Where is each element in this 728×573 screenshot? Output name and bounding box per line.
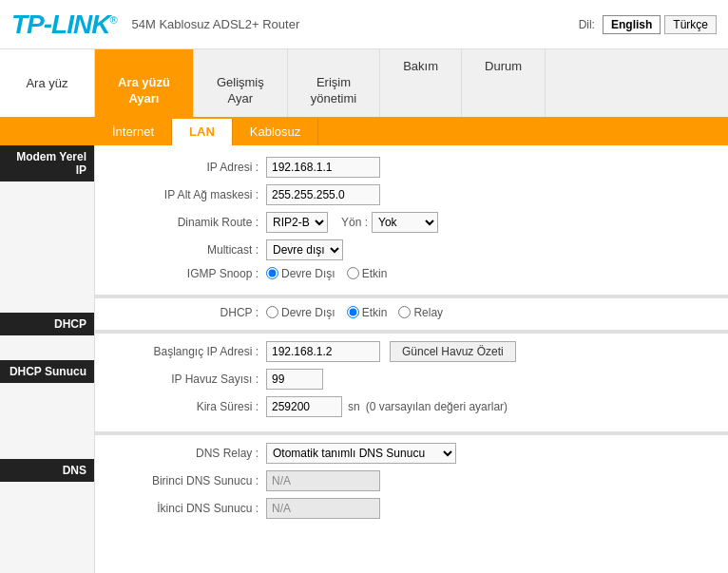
sub-nav: İnternet LAN Kablosuz: [0, 119, 728, 145]
dhcp-etkin-label[interactable]: Etkin: [347, 306, 388, 319]
guncelle-button[interactable]: Güncel Havuz Özeti: [390, 341, 516, 362]
sub-nav-kablosuz[interactable]: Kablosuz: [233, 119, 318, 145]
sidebar-modem-ip: Modem Yerel IP: [0, 145, 94, 181]
birinci-dns-label: Birinci DNS Sunucu :: [114, 474, 266, 487]
ikinci-dns-row: İkinci DNS Sunucu :: [114, 498, 709, 519]
lang-english-button[interactable]: English: [603, 15, 661, 34]
lang-turkish-button[interactable]: Türkçe: [664, 15, 717, 34]
kira-suresi-row: Kira Süresi : sn (0 varsayılan değeri ay…: [114, 396, 709, 417]
igmp-snoop-radio-group: Devre Dışı Etkin: [266, 267, 387, 280]
lang-area: Dil: English Türkçe: [579, 15, 717, 34]
multicast-label: Multicast :: [114, 243, 266, 257]
sub-nav-lan[interactable]: LAN: [172, 119, 233, 145]
alt-ag-label: IP Alt Ağ maskesi :: [114, 188, 266, 201]
alt-ag-input[interactable]: [266, 184, 380, 205]
nav-item-ara-yuzu[interactable]: Ara yüzü Ayarı: [95, 49, 194, 117]
main-content: IP Adresi : IP Alt Ağ maskesi : Dinamik …: [95, 145, 728, 573]
ip-havuz-input[interactable]: [266, 369, 323, 390]
igmp-snoop-row: IGMP Snoop : Devre Dışı Etkin: [114, 267, 709, 280]
ip-havuz-row: IP Havuz Sayısı :: [114, 369, 709, 390]
igmp-etkin-radio[interactable]: [347, 267, 359, 279]
dhcp-row: DHCP : Devre Dışı Etkin Relay: [114, 306, 709, 319]
dinamik-route-select[interactable]: RIP2-B RIP1 RIP2: [266, 212, 328, 233]
product-name: 54M Kablosuz ADSL2+ Router: [132, 17, 300, 31]
sub-nav-internet[interactable]: İnternet: [95, 119, 172, 145]
logo: TP-LINK®: [11, 10, 117, 40]
dhcp-label: DHCP :: [114, 306, 266, 319]
sidebar-dhcp: DHCP: [0, 313, 94, 335]
modem-ip-section: IP Adresi : IP Alt Ağ maskesi : Dinamik …: [95, 145, 728, 295]
yon-label: Yön :: [341, 216, 368, 229]
birinci-dns-row: Birinci DNS Sunucu :: [114, 470, 709, 491]
dhcp-radio-group: Devre Dışı Etkin Relay: [266, 306, 443, 319]
dns-relay-select[interactable]: Otomatik tanımlı DNS Sunucu Manuel: [266, 443, 456, 464]
alt-ag-row: IP Alt Ağ maskesi :: [114, 184, 709, 205]
kira-suresi-input[interactable]: [266, 396, 342, 417]
dhcp-devre-radio[interactable]: [266, 306, 278, 318]
ip-adresi-input[interactable]: [266, 157, 380, 178]
dns-section: DNS Relay : Otomatik tanımlı DNS Sunucu …: [95, 435, 728, 533]
dhcp-sunucu-section: Başlangıç IP Adresi : Güncel Havuz Özeti…: [95, 334, 728, 431]
nav-item-bakim[interactable]: Bakım: [380, 49, 462, 117]
nav-item-durum[interactable]: Durum: [462, 49, 546, 117]
ikinci-dns-input[interactable]: [266, 498, 380, 519]
kira-unit: sn: [348, 400, 360, 413]
sidebar-dns: DNS: [0, 459, 94, 482]
dhcp-devre-label[interactable]: Devre Dışı: [266, 306, 335, 319]
sidebar-dhcp-sunucu: DHCP Sunucu: [0, 360, 94, 383]
nav-item-erisim[interactable]: Erişim yönetimi: [288, 49, 380, 117]
sidebar: Modem Yerel IP DHCP DHCP Sunucu DNS: [0, 145, 95, 573]
dns-relay-row: DNS Relay : Otomatik tanımlı DNS Sunucu …: [114, 443, 709, 464]
igmp-devre-radio[interactable]: [266, 267, 278, 279]
content-wrapper: Modem Yerel IP DHCP DHCP Sunucu DNS IP A…: [0, 145, 728, 573]
ip-adresi-label: IP Adresi :: [114, 161, 266, 174]
nav-item-gelismis[interactable]: Gelişmiş Ayar: [194, 49, 288, 117]
baslangic-ip-label: Başlangıç IP Adresi :: [114, 345, 266, 358]
dhcp-relay-radio[interactable]: [398, 306, 411, 318]
ikinci-dns-label: İkinci DNS Sunucu :: [114, 502, 266, 515]
birinci-dns-input[interactable]: [266, 470, 380, 491]
dhcp-relay-label[interactable]: Relay: [398, 306, 443, 319]
yon-select[interactable]: Yok Her İkisi İçeri Dışarı: [372, 212, 438, 233]
dns-relay-label: DNS Relay :: [114, 447, 266, 460]
dinamik-route-row: Dinamik Route : RIP2-B RIP1 RIP2 Yön : Y…: [114, 212, 709, 233]
dinamik-route-label: Dinamik Route :: [114, 216, 266, 229]
ip-havuz-label: IP Havuz Sayısı :: [114, 372, 266, 386]
multicast-select[interactable]: Devre dışı Etkin: [266, 239, 343, 260]
sidebar-nav-label: Ara yüz: [0, 49, 95, 117]
multicast-row: Multicast : Devre dışı Etkin: [114, 239, 709, 260]
kira-suresi-label: Kira Süresi :: [114, 400, 266, 413]
header: TP-LINK® 54M Kablosuz ADSL2+ Router Dil:…: [0, 0, 728, 49]
igmp-etkin-label[interactable]: Etkin: [347, 267, 388, 280]
igmp-snoop-label: IGMP Snoop :: [114, 267, 266, 280]
igmp-devre-label[interactable]: Devre Dışı: [266, 267, 335, 280]
logo-area: TP-LINK® 54M Kablosuz ADSL2+ Router: [11, 10, 299, 40]
dhcp-section: DHCP : Devre Dışı Etkin Relay: [95, 298, 728, 330]
ip-adresi-row: IP Adresi :: [114, 157, 709, 178]
baslangic-ip-row: Başlangıç IP Adresi : Güncel Havuz Özeti: [114, 341, 709, 362]
kira-hint: (0 varsayılan değeri ayarlar): [366, 400, 508, 413]
baslangic-ip-input[interactable]: [266, 341, 380, 362]
main-nav: Ara yüz Ara yüzü Ayarı Gelişmiş Ayar Eri…: [0, 49, 728, 119]
lang-label: Dil:: [579, 18, 595, 31]
dhcp-etkin-radio[interactable]: [347, 306, 359, 318]
